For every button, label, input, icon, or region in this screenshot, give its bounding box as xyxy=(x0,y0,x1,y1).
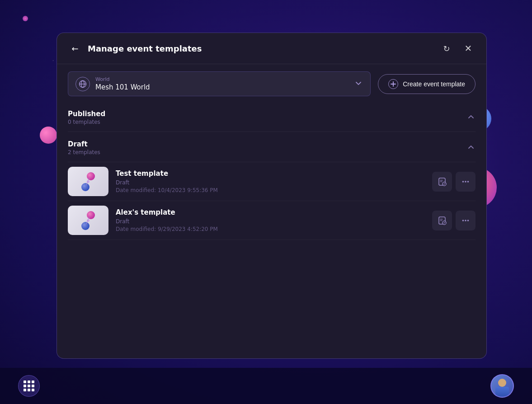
modal-content: Published 0 templates Draft 2 templates xyxy=(57,103,486,358)
grid-icon xyxy=(24,381,34,391)
published-title-group: Published 0 templates xyxy=(68,110,105,125)
world-icon xyxy=(75,77,90,91)
svg-point-24 xyxy=(467,220,469,221)
published-section-header[interactable]: Published 0 templates xyxy=(68,103,476,132)
orb-pink-left xyxy=(40,127,57,144)
template-date: Date modified: 9/29/2023 4:52:20 PM xyxy=(116,226,425,232)
world-name: Mesh 101 World xyxy=(95,83,348,91)
svg-point-23 xyxy=(465,220,466,221)
create-button-label: Create event template xyxy=(403,80,465,88)
header-actions: ↻ ✕ xyxy=(439,41,476,56)
svg-point-4 xyxy=(81,183,89,191)
svg-point-15 xyxy=(81,222,89,230)
modal-header: ← Manage event templates ↻ ✕ xyxy=(57,33,486,64)
template-actions xyxy=(432,211,476,230)
refresh-button[interactable]: ↻ xyxy=(439,41,454,56)
draft-templates-list: Test template Draft Date modified: 10/4/… xyxy=(68,162,476,240)
draft-section: Draft 2 templates xyxy=(68,134,476,240)
grid-menu-button[interactable] xyxy=(18,375,40,397)
chevron-down-icon xyxy=(354,79,363,89)
modal: ← Manage event templates ↻ ✕ World Mesh … xyxy=(56,33,487,359)
more-options-button[interactable] xyxy=(456,172,476,192)
template-name: Alex's template xyxy=(116,208,425,216)
draft-chevron-icon xyxy=(466,142,476,153)
publish-button[interactable] xyxy=(432,172,452,192)
draft-section-header[interactable]: Draft 2 templates xyxy=(68,134,476,162)
publish-button[interactable] xyxy=(432,211,452,230)
draft-section-title: Draft xyxy=(68,140,100,148)
world-selector[interactable]: World Mesh 101 World xyxy=(68,71,371,96)
bottom-bar xyxy=(0,368,532,404)
template-info: Test template Draft Date modified: 10/4/… xyxy=(116,169,425,193)
close-button[interactable]: ✕ xyxy=(461,41,476,56)
avatar-figure xyxy=(494,378,510,397)
more-options-button[interactable] xyxy=(456,211,476,230)
published-section-count: 0 templates xyxy=(68,119,105,125)
template-item: Test template Draft Date modified: 10/4/… xyxy=(68,162,476,201)
draft-title-group: Draft 2 templates xyxy=(68,140,100,155)
svg-point-13 xyxy=(467,181,469,183)
svg-point-14 xyxy=(87,211,95,219)
published-section-title: Published xyxy=(68,110,105,118)
world-label: World xyxy=(95,76,348,82)
svg-point-11 xyxy=(462,181,464,183)
world-row: World Mesh 101 World Create event templa… xyxy=(57,64,486,103)
template-info: Alex's template Draft Date modified: 9/2… xyxy=(116,208,425,232)
template-thumbnail xyxy=(68,167,108,196)
svg-point-3 xyxy=(87,172,95,180)
create-event-template-button[interactable]: Create event template xyxy=(378,74,476,94)
template-thumbnail xyxy=(68,206,108,235)
published-chevron-icon xyxy=(466,112,476,123)
template-name: Test template xyxy=(116,169,425,178)
published-section: Published 0 templates xyxy=(68,103,476,132)
modal-title: Manage event templates xyxy=(88,44,439,53)
avatar-body xyxy=(495,387,509,397)
orb-small-top xyxy=(23,16,28,21)
svg-point-22 xyxy=(462,220,464,221)
plus-circle-icon xyxy=(388,79,398,89)
avatar-head xyxy=(498,379,506,387)
world-info: World Mesh 101 World xyxy=(95,76,348,91)
template-date: Date modified: 10/4/2023 9:55:36 PM xyxy=(116,187,425,193)
user-avatar[interactable] xyxy=(490,374,514,398)
template-actions xyxy=(432,172,476,192)
back-button[interactable]: ← xyxy=(68,41,82,56)
template-status: Draft xyxy=(116,179,425,186)
draft-section-count: 2 templates xyxy=(68,149,100,155)
template-status: Draft xyxy=(116,218,425,225)
svg-point-12 xyxy=(465,181,466,183)
template-item: Alex's template Draft Date modified: 9/2… xyxy=(68,201,476,240)
